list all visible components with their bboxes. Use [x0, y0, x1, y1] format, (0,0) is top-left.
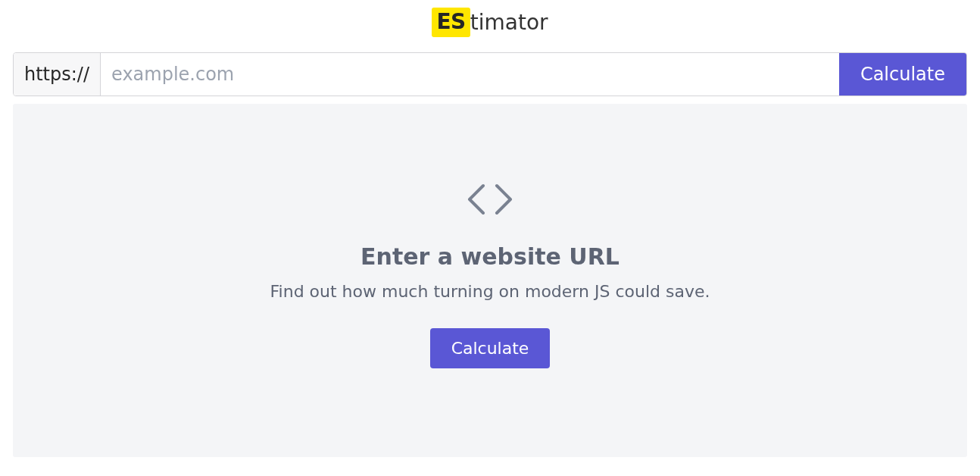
calculate-button-secondary[interactable]: Calculate — [430, 328, 551, 368]
card-heading: Enter a website URL — [360, 243, 620, 270]
url-input[interactable] — [101, 53, 839, 96]
card-subtext: Find out how much turning on modern JS c… — [270, 282, 710, 301]
logo-badge: ES — [432, 8, 470, 37]
url-protocol-prefix: https:// — [14, 53, 101, 96]
logo-rest: timator — [470, 10, 548, 35]
url-bar: https:// Calculate — [13, 52, 967, 96]
prompt-card: Enter a website URL Find out how much tu… — [13, 104, 967, 457]
calculate-button[interactable]: Calculate — [839, 53, 966, 96]
logo: EStimator — [0, 0, 980, 42]
code-icon — [460, 181, 520, 218]
